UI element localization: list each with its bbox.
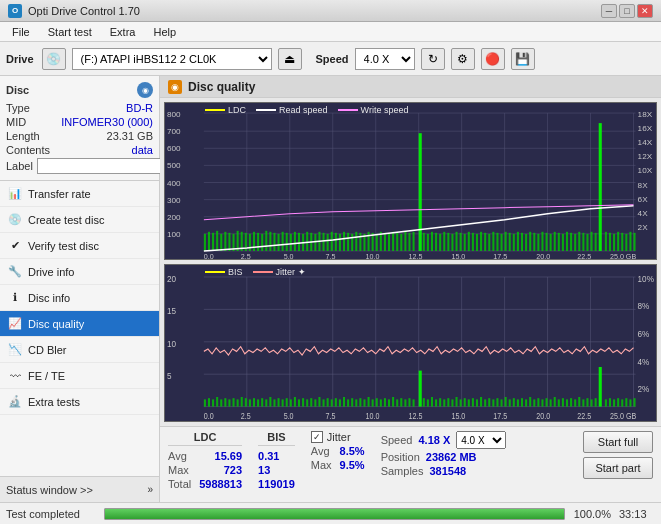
sidebar-item-transfer-rate[interactable]: 📊 Transfer rate [0,181,159,207]
svg-rect-234 [384,398,386,406]
close-button[interactable]: ✕ [637,4,653,18]
svg-rect-109 [456,232,458,251]
svg-rect-84 [347,233,349,251]
jitter-max-value: 9.5% [340,459,365,471]
svg-text:16X: 16X [638,124,653,133]
svg-text:20.0: 20.0 [536,411,551,421]
svg-text:22.5: 22.5 [577,253,591,259]
menu-file[interactable]: File [4,24,38,40]
svg-text:5: 5 [167,370,172,381]
svg-text:800: 800 [167,110,181,119]
svg-rect-274 [554,397,556,407]
bis-avg-value: 0.31 [258,450,279,462]
minimize-button[interactable]: ─ [601,4,617,18]
drive-icon-btn[interactable]: 💿 [42,48,66,70]
sidebar-item-verify-test-disc-label: Verify test disc [28,240,99,252]
menu-help[interactable]: Help [145,24,184,40]
svg-rect-79 [327,234,329,251]
svg-rect-130 [541,232,543,251]
svg-rect-284 [595,398,597,406]
ldc-chart-svg: 800 700 600 500 400 300 200 100 18X 16X … [165,103,656,259]
sidebar-item-disc-quality[interactable]: 📈 Disc quality [0,311,159,337]
svg-rect-93 [384,233,386,251]
svg-text:7.5: 7.5 [326,411,337,421]
svg-rect-80 [331,232,333,251]
svg-rect-266 [521,398,523,406]
disc-type-label: Type [6,102,30,114]
svg-rect-238 [400,398,402,406]
svg-rect-268 [529,397,531,407]
bis-stats-header: BIS [258,431,295,446]
svg-rect-97 [400,234,402,251]
svg-rect-94 [388,234,390,251]
menu-start-test[interactable]: Start test [40,24,100,40]
menu-extra[interactable]: Extra [102,24,144,40]
refresh-button[interactable]: ↻ [421,48,445,70]
disc-quality-panel-icon: ◉ [168,80,182,94]
status-window-btn[interactable]: Status window >> » [0,476,159,502]
svg-rect-205 [265,399,267,406]
svg-rect-212 [294,397,296,407]
sidebar-item-fe-te[interactable]: 〰 FE / TE [0,363,159,389]
disc-quality-header: ◉ Disc quality [160,76,661,98]
window-title: Opti Drive Control 1.70 [28,5,140,17]
svg-rect-236 [392,397,394,407]
svg-rect-54 [228,233,230,251]
svg-rect-286 [605,399,607,406]
svg-text:6X: 6X [638,195,649,204]
sidebar-item-verify-test-disc[interactable]: ✔ Verify test disc [0,233,159,259]
start-part-button[interactable]: Start part [583,457,653,479]
svg-rect-249 [451,399,453,406]
svg-rect-195 [228,399,230,406]
legend-read-speed: Read speed [256,105,328,115]
svg-rect-65 [273,233,275,251]
settings-button[interactable]: ⚙ [451,48,475,70]
disc-contents-value: data [132,144,153,156]
maximize-button[interactable]: □ [619,4,635,18]
svg-text:0.0: 0.0 [204,411,215,421]
svg-rect-62 [261,234,263,251]
save-button[interactable]: 💾 [511,48,535,70]
svg-text:12.5: 12.5 [408,253,422,259]
ldc-chart-legend: LDC Read speed Write speed [205,105,408,115]
svg-rect-270 [537,398,539,406]
speed-info-select[interactable]: 4.0 X [456,431,506,449]
eject-button[interactable]: ⏏ [278,48,302,70]
main-layout: Disc ◉ Type BD-R MID INFOMER30 (000) Len… [0,76,661,502]
disc-label-input[interactable] [37,158,170,174]
disc-contents-label: Contents [6,144,50,156]
start-full-button[interactable]: Start full [583,431,653,453]
svg-rect-243 [427,399,429,406]
sidebar-item-drive-info[interactable]: 🔧 Drive info [0,259,159,285]
sidebar-item-extra-tests[interactable]: 🔬 Extra tests [0,389,159,415]
bis-total-row: 119019 [258,478,295,490]
window-controls[interactable]: ─ □ ✕ [601,4,653,18]
speed-select[interactable]: 4.0 X 1.0 X 2.0 X 6.0 X 8.0 X [355,48,415,70]
svg-text:2.5: 2.5 [241,253,251,259]
svg-text:22.5: 22.5 [577,411,592,421]
svg-rect-293 [633,398,635,406]
svg-rect-282 [586,398,588,406]
sidebar-item-disc-info[interactable]: ℹ Disc info [0,285,159,311]
svg-rect-269 [533,399,535,406]
sidebar-item-cd-bler-label: CD Bler [28,344,67,356]
svg-rect-251 [460,399,462,406]
jitter-legend-color [253,271,273,273]
sidebar: Disc ◉ Type BD-R MID INFOMER30 (000) Len… [0,76,160,502]
svg-text:300: 300 [167,196,181,205]
jitter-checkbox[interactable]: ✓ [311,431,323,443]
svg-rect-272 [546,398,548,406]
svg-rect-200 [249,399,251,406]
svg-rect-218 [318,397,320,407]
cd-bler-icon: 📉 [8,343,22,357]
drive-select[interactable]: (F:) ATAPI iHBS112 2 CL0K [72,48,272,70]
disc-length-row: Length 23.31 GB [6,130,153,142]
ldc-avg-label: Avg [168,450,187,462]
sidebar-item-create-test-disc[interactable]: 💿 Create test disc [0,207,159,233]
svg-rect-96 [396,233,398,251]
svg-rect-291 [625,398,627,406]
svg-rect-207 [273,399,275,406]
svg-text:20.0: 20.0 [536,253,550,259]
sidebar-item-cd-bler[interactable]: 📉 CD Bler [0,337,159,363]
burn-button[interactable]: 🔴 [481,48,505,70]
